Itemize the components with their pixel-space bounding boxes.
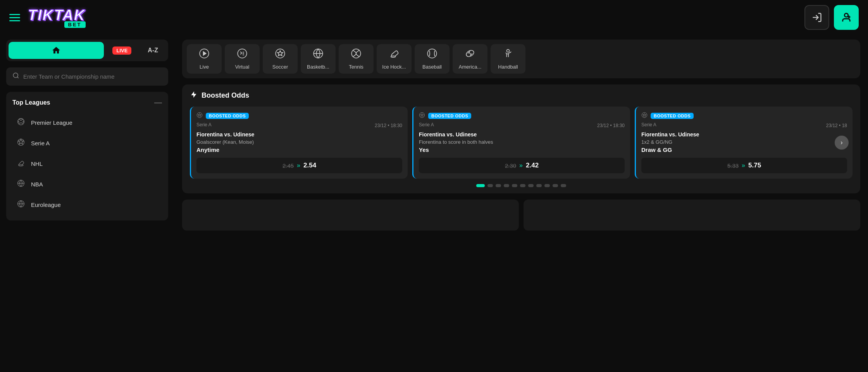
collapse-button[interactable]: —: [154, 98, 162, 107]
card-1-league: Serie A: [196, 122, 212, 127]
card-2-match: Fiorentina vs. Udinese: [419, 131, 625, 138]
svg-point-7: [18, 139, 24, 146]
card-1-odds-arrow: »: [297, 162, 300, 169]
hockey-icon: [16, 159, 26, 169]
dot-10[interactable]: [553, 184, 558, 187]
boost-icon: [190, 91, 198, 100]
league-item-nba[interactable]: NBA: [12, 175, 162, 194]
svg-marker-33: [420, 114, 424, 116]
tab-az[interactable]: A-Z: [140, 43, 166, 58]
league-item-euroleague[interactable]: Euroleague: [12, 195, 162, 214]
card-3-top-left: BOOSTED ODDS: [641, 112, 694, 120]
card-1-odds[interactable]: 2.45 » 2.54: [196, 158, 402, 173]
svg-point-9: [19, 165, 23, 166]
card-1-top: BOOSTED ODDS: [196, 112, 402, 120]
sport-tab-soccer[interactable]: Soccer: [263, 44, 298, 74]
sport-tab-basketball[interactable]: Basketb...: [301, 44, 336, 74]
sport-tab-handball[interactable]: Handball: [491, 44, 525, 74]
boosted-cards-row: BOOSTED ODDS Serie A 23/12 • 18:30 Fiore…: [190, 107, 852, 179]
league-item-nhl[interactable]: NHL: [12, 154, 162, 173]
live-badge: LIVE: [112, 46, 131, 55]
boosted-odds-section: Boosted Odds: [182, 84, 860, 193]
svg-point-28: [507, 50, 510, 52]
card-2-odds-old: 2.30: [505, 162, 516, 169]
dot-6[interactable]: [520, 184, 525, 187]
league-item-premier-league[interactable]: Premier League: [12, 113, 162, 132]
card-3-odds-new: 5.75: [748, 162, 761, 169]
dot-9[interactable]: [544, 184, 550, 187]
americanfootball-tab-icon: [465, 48, 475, 62]
header-right: [804, 5, 859, 30]
dot-8[interactable]: [536, 184, 542, 187]
svg-point-4: [13, 73, 18, 78]
top-leagues-title: Top Leagues: [12, 99, 50, 106]
sport-tab-tennis[interactable]: Tennis: [339, 44, 374, 74]
carousel-dots: [190, 184, 852, 187]
card-2-odds[interactable]: 2.30 » 2.42: [419, 158, 625, 173]
soccer-tab-icon: [275, 48, 286, 62]
league-name: Premier League: [31, 119, 72, 126]
sport-tab-label-basketball: Basketb...: [307, 64, 329, 70]
tab-home[interactable]: [9, 42, 104, 59]
card-2-sport-icon: [419, 112, 425, 120]
search-bar: [6, 67, 168, 86]
login-button[interactable]: [804, 5, 829, 30]
dot-1[interactable]: [476, 184, 485, 187]
icehockey-tab-icon: [389, 48, 400, 62]
virtual-tab-icon: [237, 48, 248, 62]
sport-tab-americanfootball[interactable]: America...: [453, 44, 487, 74]
dot-4[interactable]: [504, 184, 509, 187]
boosted-card-2[interactable]: BOOSTED ODDS Serie A 23/12 • 18:30 Fiore…: [412, 107, 630, 179]
baseball-tab-icon: [427, 48, 437, 62]
card-1-odds-old: 2.45: [282, 162, 294, 169]
card-3-odds[interactable]: 5.33 » 5.75: [641, 158, 847, 173]
register-button[interactable]: [834, 5, 859, 30]
card-3-badge: BOOSTED ODDS: [651, 113, 694, 119]
basketball-icon: [16, 179, 26, 189]
svg-point-23: [427, 49, 436, 58]
league-item-serie-a[interactable]: Serie A: [12, 134, 162, 153]
tab-live[interactable]: LIVE: [106, 43, 138, 59]
sport-tab-virtual[interactable]: Virtual: [225, 44, 260, 74]
card-1-badge: BOOSTED ODDS: [206, 113, 249, 119]
top-leagues-header: Top Leagues —: [12, 98, 162, 107]
sport-tab-live[interactable]: Live: [187, 44, 222, 74]
dot-5[interactable]: [512, 184, 517, 187]
live-tab-icon: [199, 48, 210, 62]
dot-11[interactable]: [561, 184, 566, 187]
dot-2[interactable]: [487, 184, 493, 187]
top-leagues-section: Top Leagues — Premier League: [6, 92, 168, 220]
sidebar-tabs: LIVE A-Z: [6, 40, 168, 61]
boosted-card-1[interactable]: BOOSTED ODDS Serie A 23/12 • 18:30 Fiore…: [190, 107, 408, 179]
card-3-sport-icon: [641, 112, 648, 120]
card-1-bet-value: Anytime: [196, 146, 402, 153]
content-area: Live Virtual Soccer: [174, 35, 868, 372]
card-2-league: Serie A: [419, 122, 434, 127]
dot-7[interactable]: [528, 184, 534, 187]
handball-tab-icon: [503, 48, 513, 62]
tennis-tab-icon: [351, 48, 362, 62]
card-2-time: 23/12 • 18:30: [597, 123, 625, 128]
card-2-bet-type: Fiorentina to score in both halves: [419, 139, 625, 145]
search-input[interactable]: [23, 73, 162, 80]
card-2-badge: BOOSTED ODDS: [428, 113, 471, 119]
boosted-card-3[interactable]: BOOSTED ODDS Serie A 23/12 • 18 Fiorenti…: [635, 107, 852, 179]
sport-tab-label-tennis: Tennis: [349, 64, 363, 70]
league-name-2: Serie A: [31, 140, 50, 146]
sport-tab-icehockey[interactable]: Ice Hock...: [377, 44, 412, 74]
svg-marker-31: [198, 114, 201, 116]
sport-tab-baseball[interactable]: Baseball: [415, 44, 450, 74]
hamburger-menu[interactable]: [9, 14, 20, 21]
svg-marker-15: [203, 52, 206, 55]
sport-tab-label-americanfootball: America...: [459, 64, 482, 70]
card-3-league: Serie A: [641, 122, 656, 127]
sport-tab-label-soccer: Soccer: [272, 64, 288, 70]
dot-3[interactable]: [496, 184, 501, 187]
logo-bet: BET: [64, 21, 86, 28]
carousel-next-arrow[interactable]: ›: [835, 136, 849, 150]
card-2-odds-arrow: »: [519, 162, 523, 169]
next-card-right: [524, 200, 860, 231]
card-3-bet-value: Draw & GG: [641, 146, 847, 153]
card-3-odds-old: 5.33: [727, 162, 739, 169]
sport-tab-label-handball: Handball: [498, 64, 518, 70]
